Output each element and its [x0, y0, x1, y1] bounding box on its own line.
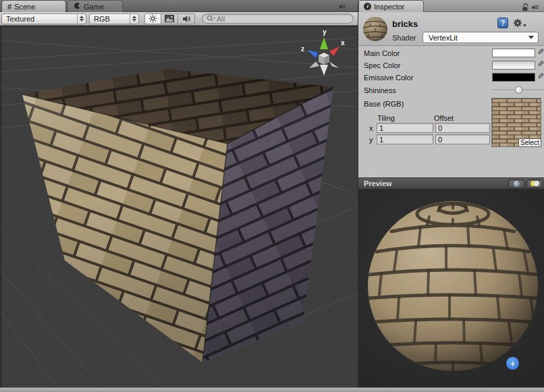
scene-toolbar: Textured RGB	[0, 12, 358, 26]
base-rgb-label: Base (RGB)	[364, 100, 404, 108]
gizmo-x-label: x	[341, 39, 345, 47]
render-mode-value: Textured	[2, 15, 77, 23]
material-header: bricks Shader VertexLit ?	[358, 12, 544, 46]
speaker-icon	[182, 15, 191, 23]
main-color-label: Main Color	[364, 49, 400, 57]
shininess-label: Shininess	[364, 86, 396, 94]
audio-toggle-button[interactable]	[178, 13, 195, 24]
main-color-eyedropper-icon[interactable]: ✎	[537, 47, 544, 57]
inspector-panel: i Inspector ▾≡	[358, 0, 544, 387]
shininess-slider[interactable]	[492, 90, 544, 91]
gear-icon[interactable]	[513, 18, 526, 28]
emissive-color-label: Emissive Color	[364, 74, 413, 82]
gizmo-axis-minus-y[interactable]	[320, 65, 328, 76]
offset-y-input[interactable]	[435, 134, 490, 144]
help-icon[interactable]: ?	[497, 18, 508, 28]
shader-value: VertexLit	[423, 34, 528, 42]
base-texture-thumbnail[interactable]: Select	[491, 98, 541, 147]
preview-body[interactable]: +	[358, 190, 544, 387]
skybox-toggle-button[interactable]	[161, 13, 178, 24]
offset-header: Offset	[434, 114, 454, 122]
gizmo-axis-x[interactable]	[329, 47, 339, 56]
tiling-x-input[interactable]	[377, 123, 433, 133]
add-button[interactable]: +	[506, 357, 519, 370]
preview-header[interactable]: Preview	[358, 177, 544, 190]
lighting-toggle-button[interactable]	[144, 13, 161, 24]
inspector-tabbar: i Inspector ▾≡	[358, 0, 544, 12]
grid-icon: #	[7, 3, 11, 11]
sphere-icon	[514, 181, 520, 187]
main-color-swatch[interactable]	[492, 49, 535, 57]
spec-color-swatch[interactable]	[492, 61, 535, 69]
offset-x-input[interactable]	[435, 123, 490, 133]
window-resize-bar	[0, 387, 544, 392]
preview-shape-button[interactable]	[508, 179, 524, 188]
select-texture-button[interactable]: Select	[518, 138, 541, 147]
game-icon	[74, 2, 81, 11]
color-channel-dropdown[interactable]: RGB	[89, 13, 139, 24]
tab-scene[interactable]: # Scene	[1, 0, 66, 12]
chevron-updown-icon	[130, 14, 138, 24]
search-input[interactable]	[217, 15, 349, 23]
color-channel-value: RGB	[90, 15, 130, 23]
info-icon: i	[364, 3, 371, 10]
tab-game[interactable]: Game	[67, 0, 123, 12]
unity-editor-window: # Scene Game ▾≡ Textured RGB	[0, 0, 544, 392]
light-dot-icon	[534, 181, 539, 186]
scene-viewport[interactable]: y x z	[0, 26, 358, 387]
emissive-color-eyedropper-icon[interactable]: ✎	[537, 72, 544, 81]
search-icon	[207, 15, 215, 22]
scene-panel-menu-icon[interactable]: ▾≡	[339, 2, 345, 10]
preview-title: Preview	[358, 179, 508, 188]
scene-3d-view: y x z	[0, 26, 358, 387]
tab-game-label: Game	[84, 3, 104, 11]
emissive-color-swatch[interactable]	[492, 73, 535, 82]
brick-cube[interactable]	[22, 69, 333, 362]
tiling-header: Tiling	[377, 114, 395, 122]
gizmo-z-label: z	[301, 45, 304, 53]
gizmo-axis-y[interactable]	[320, 37, 328, 49]
shininess-slider-knob[interactable]	[515, 86, 522, 94]
tab-inspector-label: Inspector	[374, 3, 404, 11]
shader-dropdown[interactable]: VertexLit	[423, 32, 539, 43]
chevron-updown-icon	[77, 14, 86, 24]
chevron-down-icon	[528, 36, 534, 39]
shader-label: Shader	[392, 34, 416, 42]
sun-icon	[148, 14, 157, 23]
tab-inspector[interactable]: i Inspector	[358, 0, 424, 12]
image-icon	[165, 15, 174, 22]
scene-panel: # Scene Game ▾≡ Textured RGB	[0, 0, 358, 387]
tab-scene-label: Scene	[14, 3, 35, 11]
tiling-y-input[interactable]	[377, 134, 433, 144]
gizmo-y-label: y	[323, 28, 327, 36]
material-sphere-icon	[362, 16, 388, 42]
spec-color-eyedropper-icon[interactable]: ✎	[537, 59, 544, 69]
row-y-label: y	[369, 136, 373, 144]
preview-lighting-button[interactable]	[526, 179, 543, 188]
gizmo-axis-minus-z[interactable]	[309, 61, 319, 68]
row-x-label: x	[369, 124, 373, 132]
spec-color-label: Spec Color	[364, 61, 400, 69]
scene-tabbar: # Scene Game ▾≡	[0, 0, 358, 12]
render-mode-dropdown[interactable]: Textured	[1, 13, 86, 24]
scene-search-field[interactable]	[202, 13, 354, 24]
gizmo-axis-minus-x[interactable]	[329, 61, 339, 68]
inspector-panel-menu-icon[interactable]: ▾≡	[532, 3, 538, 11]
material-name: bricks	[392, 19, 418, 29]
